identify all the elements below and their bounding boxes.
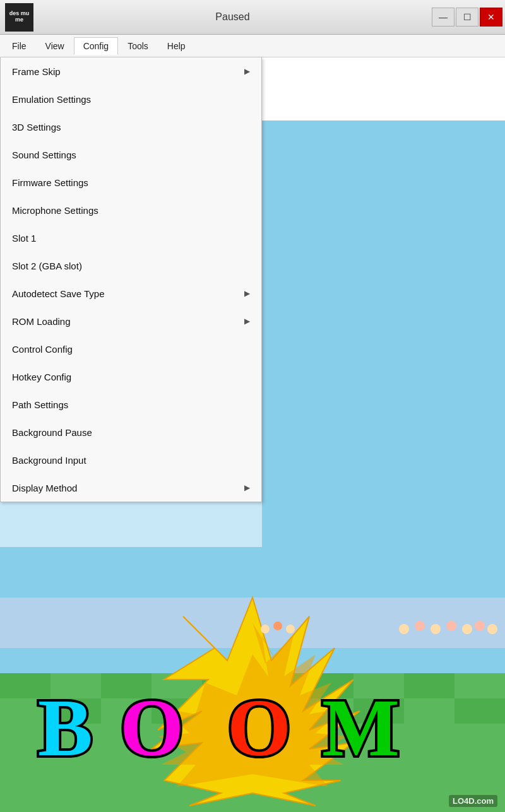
- sound-settings-label: Sound Settings: [12, 150, 76, 160]
- background-input-label: Background Input: [12, 455, 86, 466]
- close-button[interactable]: ✕: [480, 8, 502, 26]
- microphone-settings-label: Microphone Settings: [12, 205, 98, 216]
- menu-view[interactable]: View: [36, 37, 74, 55]
- svg-text:O: O: [227, 682, 291, 773]
- svg-rect-10: [404, 673, 454, 698]
- svg-point-34: [462, 624, 472, 634]
- background-pause-label: Background Pause: [12, 427, 92, 438]
- watermark: LO4D.com: [449, 795, 497, 807]
- slot2-label: Slot 2 (GBA slot): [12, 261, 82, 271]
- menu-item-hotkey-config[interactable]: Hotkey Config: [1, 363, 261, 391]
- menu-item-3d-settings[interactable]: 3D Settings: [1, 113, 261, 141]
- menu-item-display-method[interactable]: Display Method ▶: [1, 474, 261, 502]
- app-logo: des mu me: [5, 3, 33, 32]
- autodetect-save-type-label: Autodetect Save Type: [12, 288, 105, 299]
- menu-item-background-pause[interactable]: Background Pause: [1, 418, 261, 446]
- maximize-button[interactable]: ☐: [456, 8, 478, 26]
- autodetect-arrow: ▶: [244, 289, 250, 298]
- window-controls: — ☐ ✕: [432, 8, 502, 26]
- svg-point-30: [399, 624, 409, 634]
- firmware-settings-label: Firmware Settings: [12, 177, 88, 188]
- menu-item-autodetect-save-type[interactable]: Autodetect Save Type ▶: [1, 279, 261, 307]
- svg-point-32: [431, 624, 441, 634]
- svg-point-31: [415, 621, 425, 631]
- title-bar: des mu me Paused — ☐ ✕: [0, 0, 505, 35]
- menu-item-background-input[interactable]: Background Input: [1, 446, 261, 474]
- menu-item-firmware-settings[interactable]: Firmware Settings: [1, 168, 261, 196]
- menu-tools[interactable]: Tools: [118, 37, 158, 55]
- white-area: [262, 57, 505, 121]
- menu-item-rom-loading[interactable]: ROM Loading ▶: [1, 307, 261, 335]
- frame-skip-arrow: ▶: [244, 67, 250, 76]
- menu-item-emulation-settings[interactable]: Emulation Settings: [1, 85, 261, 113]
- window-title: Paused: [33, 11, 432, 23]
- svg-point-37: [261, 625, 270, 633]
- menu-item-microphone-settings[interactable]: Microphone Settings: [1, 196, 261, 224]
- rom-loading-label: ROM Loading: [12, 316, 71, 327]
- display-method-label: Display Method: [12, 483, 77, 493]
- rom-loading-arrow: ▶: [244, 317, 250, 326]
- slot1-label: Slot 1: [12, 233, 36, 244]
- hotkey-config-label: Hotkey Config: [12, 372, 71, 382]
- menu-item-sound-settings[interactable]: Sound Settings: [1, 141, 261, 168]
- menu-help[interactable]: Help: [158, 37, 195, 55]
- menu-item-control-config[interactable]: Control Config: [1, 335, 261, 363]
- menu-bar: File View Config Tools Help: [0, 35, 505, 57]
- control-config-label: Control Config: [12, 344, 73, 355]
- emulation-settings-label: Emulation Settings: [12, 94, 91, 105]
- minimize-button[interactable]: —: [432, 8, 454, 26]
- 3d-settings-label: 3D Settings: [12, 122, 61, 132]
- menu-item-frame-skip[interactable]: Frame Skip ▶: [1, 57, 261, 85]
- svg-rect-21: [454, 698, 505, 724]
- svg-rect-11: [454, 673, 505, 698]
- svg-rect-20: [404, 698, 454, 724]
- path-settings-label: Path Settings: [12, 399, 68, 410]
- game-scene: B O O M: [0, 547, 505, 812]
- svg-point-33: [446, 621, 456, 631]
- menu-file[interactable]: File: [3, 37, 36, 55]
- svg-text:B: B: [38, 682, 93, 773]
- menu-item-slot1[interactable]: Slot 1: [1, 224, 261, 252]
- frame-skip-label: Frame Skip: [12, 66, 61, 77]
- svg-point-38: [273, 621, 282, 630]
- svg-text:O: O: [120, 682, 184, 773]
- svg-text:M: M: [322, 682, 400, 773]
- svg-point-36: [487, 624, 497, 634]
- menu-item-path-settings[interactable]: Path Settings: [1, 391, 261, 418]
- menu-item-slot2[interactable]: Slot 2 (GBA slot): [1, 252, 261, 279]
- display-method-arrow: ▶: [244, 483, 250, 492]
- svg-point-35: [475, 621, 485, 631]
- svg-point-39: [286, 625, 295, 633]
- menu-config[interactable]: Config: [74, 37, 118, 55]
- config-dropdown: Frame Skip ▶ Emulation Settings 3D Setti…: [0, 57, 262, 502]
